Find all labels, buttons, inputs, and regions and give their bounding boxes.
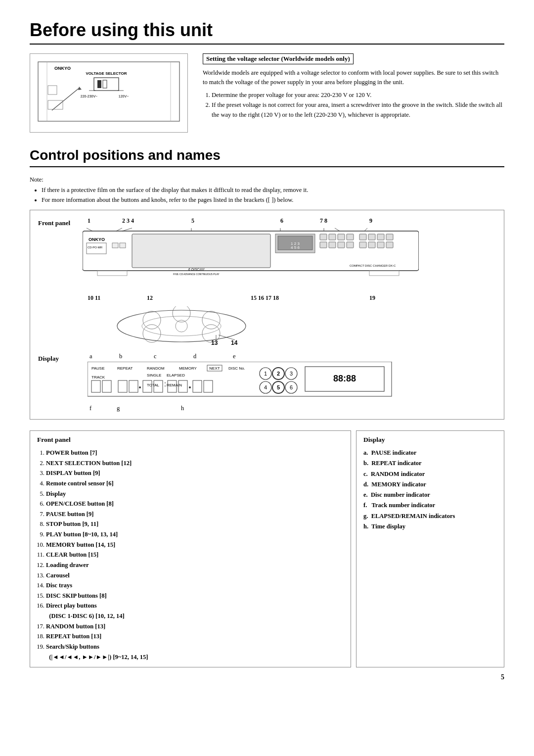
svg-text:6: 6 xyxy=(290,384,293,390)
svg-rect-42 xyxy=(368,242,375,248)
front-panel-row: Front panel 1 2 3 4 5 6 7 8 9 ONKYO CD·P… xyxy=(38,217,496,348)
svg-rect-20 xyxy=(112,243,118,248)
svg-point-103 xyxy=(189,386,191,388)
svg-rect-22 xyxy=(132,234,270,268)
svg-rect-40 xyxy=(386,234,393,240)
num-9: 9 xyxy=(369,217,372,225)
svg-rect-21 xyxy=(120,243,126,248)
svg-text:120V~: 120V~ xyxy=(119,94,129,98)
svg-text:6 DISC/////: 6 DISC///// xyxy=(188,268,205,271)
voltage-step1: Determine the proper voltage for your ar… xyxy=(212,90,504,100)
num-1011: 10 11 xyxy=(88,294,100,302)
fp-item-8: STOP button [9, 11] xyxy=(46,519,344,529)
front-panel-list: POWER button [7] NEXT SELECTION button [… xyxy=(46,448,344,662)
voltage-steps: Determine the proper voltage for your ar… xyxy=(212,90,504,120)
note-label: Note: xyxy=(30,176,504,184)
section2-divider xyxy=(30,166,504,167)
svg-rect-47 xyxy=(369,271,399,276)
svg-rect-89 xyxy=(91,380,100,392)
num-78: 7 8 xyxy=(320,217,327,225)
display-row: Display a b c d e PAUSE REPEAT RANDOM ME… xyxy=(38,353,496,412)
svg-text:ONKYO: ONKYO xyxy=(89,237,105,242)
voltage-diagram-svg: VOLTAGE SELECTOR 220-230V~ 120V~ ONKYO xyxy=(37,61,180,125)
display-item-g: g. ELAPSED/REMAIN indicators xyxy=(363,511,497,521)
svg-rect-14 xyxy=(48,86,57,94)
num-1: 1 xyxy=(88,217,90,225)
svg-point-97 xyxy=(139,386,141,388)
svg-rect-95 xyxy=(118,380,127,392)
display-item-c: c. RANDOM indicator xyxy=(363,469,497,479)
display-item-f: f. Track number indicator xyxy=(363,500,497,511)
svg-rect-33 xyxy=(320,242,327,248)
display-item-e: e. Disc number indicator xyxy=(363,490,497,500)
num-234: 2 3 4 xyxy=(122,217,134,225)
display-indicators-list: a. PAUSE indicator b. REPEAT indicator c… xyxy=(363,448,497,532)
num-19: 19 xyxy=(369,294,375,302)
fp-item-5: Display xyxy=(46,489,344,499)
svg-rect-37 xyxy=(359,234,366,240)
display-letter-row-top: a b c d e xyxy=(89,353,496,360)
fp-item-1: POWER button [7] xyxy=(46,448,344,458)
notes-list: If there is a protective film on the sur… xyxy=(42,185,504,205)
display-panel-svg: PAUSE REPEAT RANDOM MEMORY NEXT DISC No.… xyxy=(88,362,394,401)
svg-text:PAUSE: PAUSE xyxy=(91,366,105,371)
page-title: Before using this unit xyxy=(30,20,504,41)
display-letter-a: a xyxy=(89,353,119,360)
svg-text:5: 5 xyxy=(277,384,280,390)
display-label: Display xyxy=(38,355,83,363)
svg-point-59 xyxy=(143,311,161,329)
carousel-svg: 13 14 xyxy=(112,306,340,346)
svg-line-55 xyxy=(364,228,367,231)
svg-rect-36 xyxy=(347,242,354,248)
voltage-box-title: Setting the voltage selector (Worldwide … xyxy=(203,53,354,64)
svg-text:VOLTAGE SELECTOR: VOLTAGE SELECTOR xyxy=(86,71,127,76)
svg-rect-5 xyxy=(97,80,101,88)
fp-item-11: CLEAR button [15] xyxy=(46,550,344,560)
svg-text:4 5 6: 4 5 6 xyxy=(291,245,300,250)
svg-rect-41 xyxy=(359,242,366,248)
svg-point-56 xyxy=(117,310,246,342)
svg-text:FIVE CD ADVANCE CONTINUOUS PLA: FIVE CD ADVANCE CONTINUOUS PLAY xyxy=(173,273,220,276)
svg-point-63 xyxy=(143,325,161,342)
svg-rect-39 xyxy=(377,234,384,240)
svg-rect-105 xyxy=(204,380,213,392)
number-row-top: 1 2 3 4 5 6 7 8 9 xyxy=(88,217,496,227)
display-letter-f: f xyxy=(89,405,117,412)
svg-rect-38 xyxy=(368,234,375,240)
fp-item-9: PLAY button [8~10, 13, 14] xyxy=(46,529,344,540)
svg-rect-30 xyxy=(329,234,336,240)
svg-rect-104 xyxy=(193,380,202,392)
page-number: 5 xyxy=(30,673,504,681)
svg-text:4: 4 xyxy=(264,384,267,390)
svg-rect-31 xyxy=(338,234,345,240)
svg-point-61 xyxy=(202,311,220,329)
num-5: 5 xyxy=(191,217,194,225)
display-info-title: Display xyxy=(363,436,497,444)
notes-section: Note: If there is a protective film on t… xyxy=(30,176,504,205)
display-letter-row-bottom: f g h xyxy=(89,405,496,412)
front-panel-info-box: Front panel POWER button [7] NEXT SELECT… xyxy=(30,430,351,667)
svg-text::: : xyxy=(164,380,166,388)
svg-line-49 xyxy=(116,228,122,231)
svg-text:TRACK: TRACK xyxy=(91,375,105,379)
svg-point-58 xyxy=(176,320,187,332)
fp-item-17: RANDOM button [13] xyxy=(46,621,344,632)
svg-rect-96 xyxy=(129,380,138,392)
section2-title: Control positions and names xyxy=(30,147,504,163)
svg-rect-46 xyxy=(97,271,127,276)
display-letter-b: b xyxy=(119,353,154,360)
voltage-section: VOLTAGE SELECTOR 220-230V~ 120V~ ONKYO S… xyxy=(30,53,504,133)
svg-text:RANDOM: RANDOM xyxy=(147,366,165,371)
fp-item-7: PAUSE button [9] xyxy=(46,509,344,520)
front-panel-info-title: Front panel xyxy=(37,436,344,444)
voltage-diagram: VOLTAGE SELECTOR 220-230V~ 120V~ ONKYO xyxy=(30,53,188,133)
voltage-intro: Worldwide models are equipped with a vol… xyxy=(203,68,504,87)
fp-item-15: DISC SKIP buttons [8] xyxy=(46,591,344,601)
fp-item-19: Search/Skip buttons (|◄◄/◄◄, ►►/►►|) [9~… xyxy=(46,642,344,662)
svg-text:2: 2 xyxy=(277,371,280,377)
svg-rect-32 xyxy=(347,234,354,240)
svg-rect-29 xyxy=(320,234,327,240)
fp-item-13: Carousel xyxy=(46,570,344,581)
fp-item-3: DISPLAY button [9] xyxy=(46,468,344,478)
svg-line-54 xyxy=(335,228,340,231)
